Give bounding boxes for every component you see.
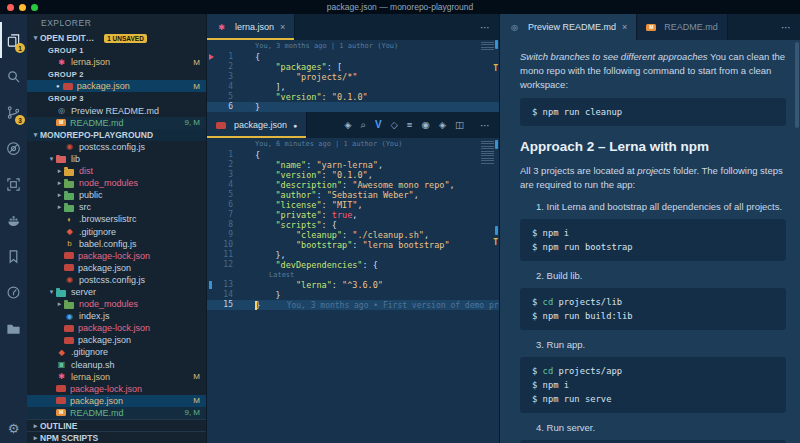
code-line-3[interactable]: 3 "version": "0.1.0", (207, 170, 499, 180)
tree-item-package-json[interactable]: package.json (27, 262, 206, 274)
code-line-13[interactable]: 13 "lerna": "^3.6.0" (207, 280, 499, 290)
tab-package-json[interactable]: package.json ● (207, 112, 307, 138)
code-line-3[interactable]: 3 "projects/*" (207, 72, 499, 82)
more-actions-icon[interactable]: ⋯ (480, 22, 491, 33)
tree-item-package-lock-json[interactable]: package-lock.json (27, 383, 206, 395)
screencast-icon[interactable] (0, 166, 27, 202)
section-group-3[interactable]: GROUP 3 (27, 92, 206, 104)
section-open-editors[interactable]: ▾OPEN EDITORS1 UNSAVED (27, 32, 206, 44)
tree-item-dist[interactable]: ▸dist (27, 165, 206, 177)
line-number[interactable]: 6 (207, 200, 241, 210)
bookmarks-icon[interactable] (0, 238, 27, 274)
codelens-latest[interactable]: Latest (207, 270, 499, 280)
code-line-5[interactable]: 5 "author": "Sebastian Weber", (207, 190, 499, 200)
debug-disabled-icon[interactable] (0, 130, 27, 166)
tree-item-lerna-json[interactable]: ✱lerna.jsonM (27, 56, 206, 68)
codelens-authors[interactable]: You, 6 minutes ago | 1 author (You) (207, 138, 499, 150)
line-number[interactable]: 9 (207, 230, 241, 240)
time-tracker-icon[interactable] (0, 274, 27, 310)
section-group-2[interactable]: GROUP 2 (27, 68, 206, 80)
line-number[interactable]: 14 (207, 290, 241, 300)
code-line-7[interactable]: 7 "private": true, (207, 210, 499, 220)
code-line-6[interactable]: 6 "license": "MIT", (207, 200, 499, 210)
tree-item-node-modules[interactable]: ▸node_modules (27, 177, 206, 189)
minimap-bottom[interactable]: T (479, 138, 499, 443)
tree-item-package-lock-json[interactable]: package-lock.json (27, 250, 206, 262)
code-line-10[interactable]: 10 "bootstrap": "lerna bootstrap" (207, 240, 499, 250)
file-tree[interactable]: ▾OPEN EDITORS1 UNSAVEDGROUP 1✱lerna.json… (27, 32, 206, 443)
line-number[interactable]: 4 (207, 82, 241, 92)
line-number[interactable]: 15 (207, 300, 241, 310)
search-icon[interactable] (0, 58, 27, 94)
tree-item-gitignore[interactable]: ◆.gitignore (27, 346, 206, 358)
tree-item-gitignore[interactable]: ◆.gitignore (27, 226, 206, 238)
tree-item-postcss-config-js[interactable]: ◉postcss.config.js (27, 141, 206, 153)
scrollbar[interactable] (795, 42, 799, 128)
code-line-12[interactable]: 12 "devDependencies": { (207, 260, 499, 270)
explorer-icon[interactable]: 1 (0, 22, 27, 58)
line-number[interactable]: 11 (207, 250, 241, 260)
line-number[interactable]: 1 (207, 150, 241, 160)
line-number[interactable]: 2 (207, 62, 241, 72)
tree-item-server[interactable]: ▾server (27, 286, 206, 298)
tab-lerna-json[interactable]: ✱ lerna.json × (207, 14, 295, 40)
docker-icon[interactable] (0, 202, 27, 238)
line-number[interactable]: 12 (207, 260, 241, 270)
more-actions-icon[interactable]: ⋯ (781, 22, 792, 33)
line-number[interactable]: 10 (207, 240, 241, 250)
project-folder-icon[interactable] (0, 310, 27, 346)
line-number[interactable]: 2 (207, 160, 241, 170)
code-line-14[interactable]: 14 } (207, 290, 499, 300)
code-line-1[interactable]: 1{ (207, 52, 499, 62)
minimap-top[interactable]: T (479, 40, 499, 112)
markdown-preview-content[interactable]: Switch branches to see different approac… (500, 40, 800, 443)
line-number[interactable]: 4 (207, 180, 241, 190)
tree-item-package-json[interactable]: ●package.jsonM (27, 80, 206, 92)
tag-icon[interactable]: ◇ (391, 120, 398, 130)
section-monorepo-playground[interactable]: ▾MONOREPO-PLAYGROUND (27, 129, 206, 141)
close-icon[interactable]: × (622, 22, 627, 32)
tree-item-package-json[interactable]: package.jsonM (27, 395, 206, 407)
code-line-9[interactable]: 9 "cleanup": "./cleanup.sh", (207, 230, 499, 240)
section-npm-scripts[interactable]: ▸NPM SCRIPTS (27, 431, 206, 443)
format2-icon[interactable]: ◈ (439, 120, 446, 130)
code-line-4[interactable]: 4 ], (207, 82, 499, 92)
code-line-4[interactable]: 4 "description": "Awesome mono repo", (207, 180, 499, 190)
tree-item-readme-md[interactable]: MREADME.md9, M (27, 117, 206, 129)
line-number[interactable]: 7 (207, 210, 241, 220)
line-number[interactable]: 3 (207, 72, 241, 82)
code-line-2[interactable]: 2 "name": "yarn-lerna", (207, 160, 499, 170)
code-line-15[interactable]: 15}You, 3 months ago • First version of … (207, 300, 499, 310)
vetur-icon[interactable]: V (375, 120, 382, 130)
source-control-icon[interactable]: 3 (0, 94, 27, 130)
tree-item-package-lock-json[interactable]: package-lock.json (27, 322, 206, 334)
tree-item-public[interactable]: ▸public (27, 189, 206, 201)
list-tree-icon[interactable]: ≡ (407, 120, 413, 130)
tree-item-src[interactable]: ▸src (27, 201, 206, 213)
line-number[interactable]: 5 (207, 92, 241, 102)
code-line-8[interactable]: 8 "scripts": { (207, 220, 499, 230)
code-line-11[interactable]: 11 }, (207, 250, 499, 260)
tree-item-postcss-config-js[interactable]: ◉postcss.config.js (27, 274, 206, 286)
close-icon[interactable]: × (280, 22, 285, 32)
line-number[interactable]: 13 (207, 280, 241, 290)
format-icon[interactable]: ◈ (344, 120, 351, 130)
tree-item-lerna-json[interactable]: ✱lerna.jsonM (27, 371, 206, 383)
tree-item-cleanup-sh[interactable]: ▣cleanup.sh (27, 359, 206, 371)
tab-preview-readme[interactable]: ◎ Preview README.md × (500, 14, 637, 40)
editor-package-json[interactable]: You, 6 minutes ago | 1 author (You) 1{2 … (207, 138, 499, 443)
tree-item-node-modules[interactable]: ▸node_modules (27, 298, 206, 310)
split-editor-icon[interactable]: ◫ (455, 120, 464, 130)
tree-item-lib[interactable]: ▾lib (27, 153, 206, 165)
code-line-5[interactable]: 5 "version": "0.1.0" (207, 92, 499, 102)
section-outline[interactable]: ▸OUTLINE (27, 419, 206, 431)
tab-readme[interactable]: M README.md (637, 14, 728, 40)
tree-item-readme-md[interactable]: MREADME.md9, M (27, 407, 206, 419)
more-actions-icon[interactable]: ⋯ (480, 120, 491, 131)
preview-icon[interactable]: ◉ (421, 120, 429, 130)
tree-item-package-json[interactable]: package.json (27, 334, 206, 346)
line-number[interactable]: 1 (207, 52, 241, 62)
editor-lerna-json[interactable]: You, 3 months ago | 1 author (You) 1{2 "… (207, 40, 499, 112)
line-number[interactable]: 5 (207, 190, 241, 200)
code-line-6[interactable]: 6} (207, 102, 499, 112)
